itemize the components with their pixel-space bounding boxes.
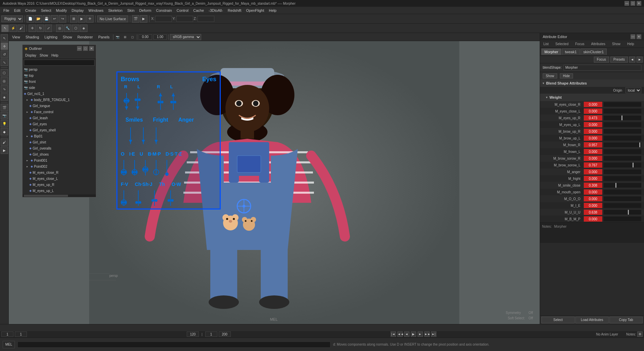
attr-slider[interactable]: [604, 129, 641, 134]
blend-shape-input[interactable]: [564, 65, 641, 71]
render-icon[interactable]: 🎬: [1, 104, 8, 111]
go-start-btn[interactable]: |◄: [391, 331, 396, 337]
ae-tab-show[interactable]: Show: [610, 41, 622, 46]
prev-key-btn[interactable]: ◄◄: [397, 331, 403, 337]
menu-windows[interactable]: Windows: [86, 8, 106, 13]
attr-slider[interactable]: [604, 190, 641, 194]
list-item[interactable]: ◈ M_eyes_up_R: [23, 182, 96, 188]
menu-skeleton[interactable]: Skeleton: [106, 8, 124, 13]
vp-menu-show[interactable]: Show: [61, 34, 74, 40]
go-end-btn[interactable]: ►|: [431, 331, 436, 337]
outliner-hscroll[interactable]: [23, 194, 96, 197]
attr-slider[interactable]: [604, 156, 641, 161]
list-item[interactable]: ◈ Girl_leash: [23, 115, 96, 121]
ae-body[interactable]: ▼ Blend Shape Attributes Origin local ▼ …: [540, 79, 644, 315]
list-item[interactable]: 📷 side: [23, 85, 96, 91]
menu-create[interactable]: Create: [23, 8, 38, 13]
list-item[interactable]: ▸ ◈ Point001: [23, 157, 96, 163]
list-item[interactable]: 📷 persp: [23, 66, 96, 72]
camera-tool-icon[interactable]: 📷: [1, 112, 8, 119]
load-attributes-btn[interactable]: Load Attributes: [575, 317, 609, 323]
brow-l-slider[interactable]: [133, 91, 142, 111]
z-input[interactable]: [198, 16, 214, 22]
brow-r-slider[interactable]: [123, 91, 130, 111]
copy-tab-btn[interactable]: Copy Tab: [609, 317, 643, 323]
attr-slider[interactable]: [604, 163, 641, 167]
outliner-menu-show[interactable]: Show: [38, 53, 49, 58]
skin-tool[interactable]: ◈: [80, 25, 87, 32]
move-icon[interactable]: ✛: [1, 42, 8, 50]
light-icon[interactable]: 💡: [1, 120, 8, 127]
range-end-input[interactable]: [219, 331, 231, 337]
bmp-slider[interactable]: [153, 159, 159, 176]
list-item[interactable]: ◈ M_eyes_close_R: [23, 169, 96, 176]
rotate-tool[interactable]: ↻: [37, 25, 44, 32]
vp-menu-view[interactable]: View: [10, 34, 22, 40]
vp-menu-renderer[interactable]: Renderer: [75, 34, 95, 40]
move-btn[interactable]: ✛: [86, 15, 94, 23]
select-btn[interactable]: Select: [541, 317, 575, 323]
dstz-slider[interactable]: [164, 159, 170, 176]
start-frame-input[interactable]: [1, 331, 13, 337]
close-button[interactable]: ✕: [637, 1, 641, 6]
attr-value-input[interactable]: [584, 122, 602, 127]
redo-btn[interactable]: ↪: [59, 15, 66, 23]
outliner-search-input[interactable]: [24, 60, 95, 66]
next-key-btn[interactable]: ►►: [424, 331, 430, 337]
next-frame-btn[interactable]: ►: [418, 331, 423, 337]
ae-hide-btn[interactable]: Hide: [560, 73, 573, 78]
list-item[interactable]: ◈ Girl_shirt: [23, 139, 96, 145]
attr-value-input[interactable]: [584, 183, 602, 188]
ae-node-tab-morpher[interactable]: Morpher: [541, 49, 561, 55]
ae-tab-help[interactable]: Help: [625, 41, 636, 46]
weight-section-header[interactable]: ▼ Weight: [540, 94, 644, 101]
hscroll-thumb[interactable]: [24, 195, 68, 197]
outliner-menu-help[interactable]: Help: [50, 53, 60, 58]
attr-slider[interactable]: [604, 210, 641, 215]
undo-btn[interactable]: ↩: [51, 15, 58, 23]
attr-slider[interactable]: [604, 122, 641, 127]
attr-slider[interactable]: [604, 142, 641, 147]
attr-value-input[interactable]: [584, 216, 602, 222]
nurbs-icon[interactable]: ◎: [1, 77, 8, 85]
paint-tool[interactable]: 🖌: [17, 25, 25, 32]
attr-value-input[interactable]: [584, 135, 602, 141]
list-item[interactable]: ◈ M_eyes_close_L: [23, 176, 96, 182]
play-btn[interactable]: ▶: [411, 331, 416, 337]
attr-slider[interactable]: [604, 217, 641, 221]
anger-slider[interactable]: [153, 126, 159, 146]
deform-tool[interactable]: ⬡: [72, 25, 79, 32]
ae-presets-btn[interactable]: Presets: [610, 57, 628, 63]
ae-right-arrow[interactable]: ►: [637, 57, 643, 63]
attr-value-input[interactable]: [584, 169, 602, 174]
attr-value-input[interactable]: [584, 108, 602, 114]
mel-python-toggle[interactable]: MEL: [3, 341, 15, 348]
deform-icon[interactable]: ◈: [1, 93, 8, 101]
list-item[interactable]: ◈ Girl_eyes_shell: [23, 127, 96, 133]
ae-tab-attributes[interactable]: Attributes: [589, 41, 607, 46]
viewport-canvas[interactable]: persp Brows Eyes R L R: [9, 41, 540, 324]
attr-value-input[interactable]: [584, 162, 602, 168]
open-btn[interactable]: 📂: [35, 15, 42, 23]
u-slider[interactable]: [142, 159, 148, 176]
menu-openflight[interactable]: OpenFlight: [244, 8, 266, 13]
menu-edit[interactable]: Edit: [12, 8, 23, 13]
render-btn[interactable]: 🎬: [132, 15, 139, 23]
anim-icon[interactable]: ▶: [1, 147, 8, 154]
attr-slider[interactable]: [604, 109, 641, 114]
select-icon[interactable]: ↖: [1, 34, 8, 42]
rotate-icon[interactable]: ↺: [1, 51, 8, 58]
command-input[interactable]: [17, 342, 330, 348]
ae-tab-list[interactable]: List: [541, 41, 551, 46]
list-item[interactable]: 📷 top: [23, 72, 96, 78]
prev-frame-btn[interactable]: ◄: [404, 331, 409, 337]
menu-cache[interactable]: Cache: [191, 8, 206, 13]
ae-show-btn[interactable]: Show: [543, 73, 557, 78]
menu-file[interactable]: File: [1, 8, 11, 13]
range-start-input[interactable]: [205, 331, 217, 337]
attr-slider[interactable]: [604, 169, 641, 174]
attr-value-input[interactable]: [584, 102, 602, 107]
material-icon[interactable]: ◆: [1, 128, 8, 135]
maximize-button[interactable]: □: [631, 1, 635, 6]
ae-close[interactable]: ✕: [637, 34, 641, 39]
